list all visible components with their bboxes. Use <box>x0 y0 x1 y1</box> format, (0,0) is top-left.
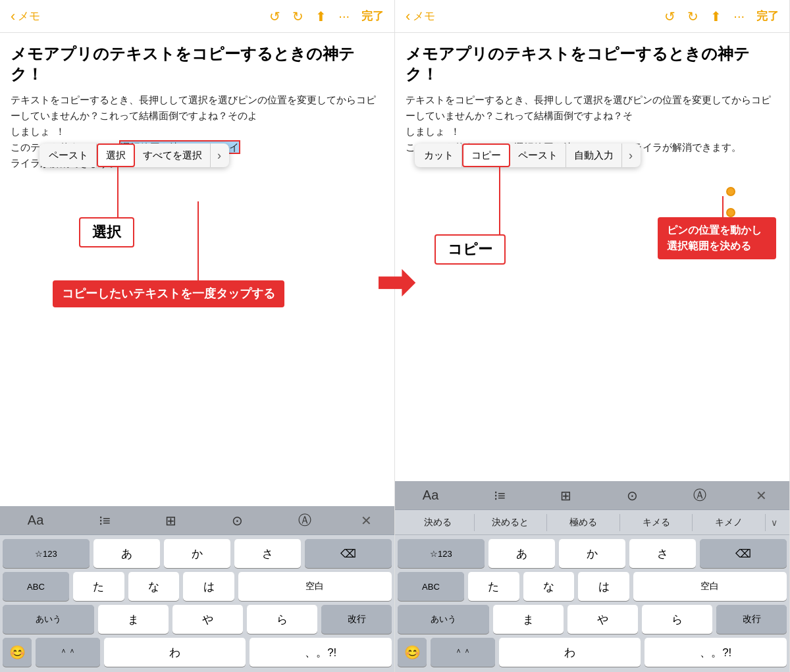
key-ya-right[interactable]: や <box>567 605 638 634</box>
redo-icon[interactable]: ↻ <box>292 9 303 24</box>
content-area-left: メモアプリのテキストをコピーするときの神テク！ テキストをコピーするとき、長押し… <box>0 33 394 506</box>
key-delete-right[interactable]: ⌫ <box>700 539 787 568</box>
annotation-desc-left: コピーしたいテキストを一度タップする <box>53 280 284 307</box>
key-aiueo-left[interactable]: あいう <box>3 605 94 634</box>
context-menu-right[interactable]: カット コピー ペースト 自動入力 › <box>415 143 641 167</box>
key-a-right[interactable]: あ <box>488 539 555 568</box>
key-space-left[interactable]: 空白 <box>238 572 392 601</box>
autocomplete-4[interactable]: キメる <box>620 514 693 531</box>
copy-menu-item[interactable]: コピー <box>462 143 510 167</box>
key-ka-left[interactable]: か <box>164 539 230 568</box>
context-menu-left[interactable]: ペースト 選択 すべてを選択 › <box>40 143 229 167</box>
more-icon[interactable]: ··· <box>338 9 350 24</box>
keyboard-row-1-left: ☆123 あ か さ ⌫ <box>3 539 392 568</box>
done-button-right[interactable]: 完了 <box>756 9 779 24</box>
key-abc-left[interactable]: ABC <box>3 572 69 601</box>
share-icon[interactable]: ⬆ <box>315 9 327 24</box>
key-wa-left[interactable]: わ <box>104 638 246 667</box>
key-aiueo-right[interactable]: あいう <box>398 605 489 634</box>
camera-btn-right[interactable]: ⊙ <box>621 485 643 506</box>
note-title-left: メモアプリのテキストをコピーするときの神テク！ <box>11 43 384 84</box>
key-ma-left[interactable]: ま <box>98 605 169 634</box>
key-shift-right[interactable]: ☆123 <box>398 539 485 568</box>
key-delete-left[interactable]: ⌫ <box>305 539 392 568</box>
key-ha-right[interactable]: は <box>578 572 629 601</box>
key-ma-right[interactable]: ま <box>493 605 564 634</box>
back-button-right[interactable]: ‹ メモ <box>406 8 435 25</box>
keyboard-left: Aa ⁝≡ ⊞ ⊙ Ⓐ ✕ ☆123 あ か さ ⌫ ABC た な は 空白 <box>0 506 394 672</box>
arrow-line-v2 <box>198 201 199 280</box>
paste-menu-item[interactable]: ペースト <box>41 143 97 167</box>
menu-more-arrow[interactable]: › <box>211 149 228 163</box>
compass-btn-left[interactable]: Ⓐ <box>293 509 317 532</box>
select-menu-item[interactable]: 選択 <box>97 143 135 167</box>
chevron-left-icon: ‹ <box>11 8 15 25</box>
list-btn-right[interactable]: ⁝≡ <box>488 485 511 506</box>
key-sa-right[interactable]: さ <box>629 539 696 568</box>
undo-icon-right[interactable]: ↺ <box>664 9 675 24</box>
key-ta-right[interactable]: た <box>468 572 519 601</box>
key-ta-left[interactable]: た <box>73 572 124 601</box>
note-title-right: メモアプリのテキストをコピーするときの神テク！ <box>406 43 779 84</box>
key-flick-left[interactable]: ＾＾ <box>36 638 100 667</box>
undo-icon[interactable]: ↺ <box>269 9 280 24</box>
autocomplete-3[interactable]: 極める <box>547 514 620 531</box>
key-enter-right[interactable]: 改行 <box>716 605 787 634</box>
key-space-right[interactable]: 空白 <box>633 572 787 601</box>
autofill-menu-item[interactable]: 自動入力 <box>566 143 622 167</box>
key-wa-right[interactable]: わ <box>499 638 641 667</box>
key-shift-left[interactable]: ☆123 <box>3 539 90 568</box>
table-btn-right[interactable]: ⊞ <box>555 485 577 506</box>
key-punct-left[interactable]: 、。?! <box>250 638 392 667</box>
keyboard-row-4-right: 😊 ＾＾ わ 、。?! <box>398 638 787 667</box>
cursor-dot-top <box>726 187 735 196</box>
autocomplete-2[interactable]: 決めると <box>475 514 548 531</box>
select-all-menu-item[interactable]: すべてを選択 <box>135 143 211 167</box>
key-na-left[interactable]: な <box>128 572 180 601</box>
font-btn-left[interactable]: Aa <box>22 510 49 530</box>
compass-btn-right[interactable]: Ⓐ <box>688 484 712 507</box>
share-icon-right[interactable]: ⬆ <box>710 9 722 24</box>
nav-actions-right: ↺ ↻ ⬆ ··· 完了 <box>664 9 779 24</box>
key-ya-left[interactable]: や <box>172 605 243 634</box>
close-keyboard-left[interactable]: ✕ <box>361 513 372 529</box>
done-button-left[interactable]: 完了 <box>361 9 384 24</box>
key-flick-right[interactable]: ＾＾ <box>431 638 495 667</box>
annotation-desc-right: ピンの位置を動かし選択範囲を決める <box>658 217 776 259</box>
close-keyboard-right[interactable]: ✕ <box>756 488 767 504</box>
key-emoji-left[interactable]: 😊 <box>3 638 32 667</box>
key-enter-left[interactable]: 改行 <box>321 605 392 634</box>
cut-menu-item[interactable]: カット <box>416 143 462 167</box>
paste-menu-item-right[interactable]: ペースト <box>510 143 566 167</box>
key-ha-left[interactable]: は <box>183 572 234 601</box>
key-emoji-right[interactable]: 😊 <box>398 638 427 667</box>
key-abc-right[interactable]: ABC <box>398 572 464 601</box>
redo-icon-right[interactable]: ↻ <box>687 9 698 24</box>
key-sa-left[interactable]: さ <box>234 539 301 568</box>
key-punct-right[interactable]: 、。?! <box>645 638 787 667</box>
content-area-right: メモアプリのテキストをコピーするときの神テク！ テキストをコピーするとき、長押し… <box>395 33 789 481</box>
key-ra-right[interactable]: ら <box>642 605 712 634</box>
key-ka-right[interactable]: か <box>559 539 625 568</box>
key-a-left[interactable]: あ <box>93 539 160 568</box>
keyboard-row-4-left: 😊 ＾＾ わ 、。?! <box>3 638 392 667</box>
arrow-line-right-v1 <box>499 167 500 236</box>
annotation-select-label: 選択 <box>79 217 134 247</box>
back-button-left[interactable]: ‹ メモ <box>11 8 40 25</box>
table-btn-left[interactable]: ⊞ <box>160 510 182 531</box>
key-ra-left[interactable]: ら <box>247 605 317 634</box>
right-panel: ‹ メモ ↺ ↻ ⬆ ··· 完了 メモアプリのテキストをコピーするときの神テク… <box>395 0 790 672</box>
autocomplete-1[interactable]: 決める <box>402 514 475 531</box>
camera-btn-left[interactable]: ⊙ <box>226 510 248 531</box>
font-btn-right[interactable]: Aa <box>417 485 444 505</box>
nav-bar-left: ‹ メモ ↺ ↻ ⬆ ··· 完了 <box>0 0 394 33</box>
menu-more-arrow-right[interactable]: › <box>622 149 639 163</box>
more-icon-right[interactable]: ··· <box>733 9 745 24</box>
autocomplete-5[interactable]: キメノ <box>693 514 766 531</box>
keyboard-row-2-left: ABC た な は 空白 <box>3 572 392 601</box>
back-label-left: メモ <box>18 9 40 24</box>
key-na-right[interactable]: な <box>523 572 575 601</box>
keyboard-row-3-left: あいう ま や ら 改行 <box>3 605 392 634</box>
list-btn-left[interactable]: ⁝≡ <box>93 510 116 531</box>
autocomplete-chevron[interactable]: ∨ <box>766 517 783 528</box>
